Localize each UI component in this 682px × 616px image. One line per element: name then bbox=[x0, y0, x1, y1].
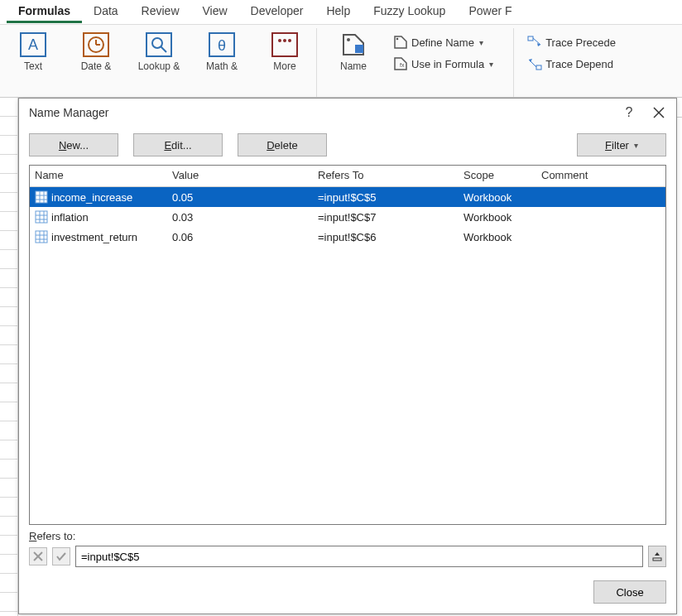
row-refers: =input!$C$6 bbox=[313, 229, 459, 245]
ellipsis-icon bbox=[270, 30, 300, 60]
date-functions-button[interactable]: Date & bbox=[70, 30, 122, 72]
refers-to-input[interactable] bbox=[75, 546, 643, 567]
svg-rect-32 bbox=[36, 211, 47, 223]
trace-dependents-button[interactable]: Trace Depend bbox=[524, 55, 619, 73]
dialog-footer: Close bbox=[19, 570, 676, 614]
edit-button[interactable]: Edit... bbox=[133, 133, 223, 156]
list-header: Name Value Refers To Scope Comment bbox=[30, 166, 665, 187]
ribbon-body: A Text Date & Lookup & θ Math & More Nam… bbox=[0, 25, 682, 98]
list-row[interactable]: investment_return 0.06 =input!$C$6 Workb… bbox=[30, 227, 665, 247]
trace-precede-label: Trace Precede bbox=[545, 36, 616, 49]
dialog-title: Name Manager bbox=[29, 106, 109, 119]
svg-point-13 bbox=[283, 39, 286, 42]
name-manager-dialog: Name Manager ? New... Edit... Delete Fil… bbox=[18, 98, 677, 614]
svg-rect-16 bbox=[355, 45, 363, 53]
refers-to-section: Refers to: bbox=[19, 525, 676, 570]
range-icon bbox=[35, 190, 48, 204]
dialog-toolbar: New... Edit... Delete Filter▾ bbox=[19, 127, 676, 165]
col-scope[interactable]: Scope bbox=[459, 166, 536, 186]
svg-point-12 bbox=[278, 39, 281, 42]
clock-icon bbox=[81, 30, 111, 60]
svg-rect-19 bbox=[528, 36, 533, 41]
svg-line-8 bbox=[161, 46, 166, 52]
date-label: Date & bbox=[81, 61, 112, 72]
fx-icon: fx bbox=[393, 56, 408, 71]
help-button[interactable]: ? bbox=[618, 102, 640, 123]
trace-precedents-button[interactable]: Trace Precede bbox=[524, 33, 619, 51]
svg-text:A: A bbox=[28, 36, 38, 53]
use-in-formula-label: Use in Formula bbox=[411, 58, 484, 70]
row-comment bbox=[536, 235, 665, 238]
col-comment[interactable]: Comment bbox=[536, 166, 665, 186]
text-functions-button[interactable]: A Text bbox=[7, 30, 60, 72]
svg-point-14 bbox=[288, 39, 291, 42]
tag-icon bbox=[339, 30, 368, 60]
row-value: 0.06 bbox=[167, 229, 313, 245]
new-button[interactable]: New... bbox=[29, 133, 118, 156]
use-in-formula-button[interactable]: fx Use in Formula ▾ bbox=[390, 55, 497, 73]
tab-data[interactable]: Data bbox=[82, 1, 130, 23]
math-functions-button[interactable]: θ Math & bbox=[195, 30, 248, 72]
ribbon-tabs: Formulas Data Review View Developer Help… bbox=[0, 0, 682, 25]
collapse-dialog-button[interactable] bbox=[648, 546, 666, 567]
delete-button[interactable]: Delete bbox=[238, 133, 327, 156]
cancel-edit-button[interactable] bbox=[29, 547, 47, 565]
lookup-label: Lookup & bbox=[138, 61, 180, 72]
lookup-functions-button[interactable]: Lookup & bbox=[132, 30, 185, 72]
confirm-edit-button[interactable] bbox=[52, 547, 70, 565]
trace-depend-icon bbox=[527, 56, 542, 71]
chevron-down-icon: ▾ bbox=[489, 60, 493, 69]
svg-rect-11 bbox=[272, 33, 297, 56]
row-comment bbox=[536, 215, 665, 219]
theta-icon: θ bbox=[207, 30, 237, 60]
col-name[interactable]: Name bbox=[30, 166, 167, 186]
svg-marker-45 bbox=[655, 552, 660, 556]
row-refers: =input!$C$5 bbox=[313, 190, 459, 205]
refers-to-label: Refers to: bbox=[29, 530, 666, 542]
col-refers[interactable]: Refers To bbox=[313, 166, 459, 186]
svg-text:θ: θ bbox=[218, 37, 226, 54]
chevron-down-icon: ▾ bbox=[634, 141, 638, 150]
define-name-label: Define Name bbox=[411, 36, 474, 49]
svg-rect-44 bbox=[653, 558, 661, 561]
row-scope: Workbook bbox=[459, 229, 536, 245]
check-icon bbox=[56, 551, 66, 561]
tag-small-icon bbox=[393, 35, 408, 50]
row-scope: Workbook bbox=[459, 209, 536, 225]
range-icon bbox=[35, 210, 48, 224]
tab-formulas[interactable]: Formulas bbox=[7, 1, 82, 23]
svg-point-15 bbox=[347, 38, 350, 41]
names-list[interactable]: Name Value Refers To Scope Comment incom… bbox=[29, 165, 666, 525]
row-scope: Workbook bbox=[459, 190, 536, 205]
tab-help[interactable]: Help bbox=[315, 1, 362, 23]
list-row[interactable]: inflation 0.03 =input!$C$7 Workbook bbox=[30, 207, 665, 227]
name-manager-button[interactable]: Name bbox=[327, 30, 380, 72]
row-name: income_increase bbox=[51, 191, 132, 204]
worksheet-grid bbox=[0, 98, 18, 616]
text-icon: A bbox=[18, 30, 48, 60]
math-label: Math & bbox=[206, 61, 238, 72]
row-comment bbox=[536, 195, 665, 199]
define-name-button[interactable]: Define Name ▾ bbox=[390, 33, 497, 51]
close-icon[interactable] bbox=[648, 102, 670, 123]
svg-rect-6 bbox=[146, 33, 171, 56]
tab-fuzzy-lookup[interactable]: Fuzzy Lookup bbox=[362, 1, 457, 23]
collapse-icon bbox=[652, 551, 662, 561]
x-icon bbox=[33, 551, 43, 561]
text-label: Text bbox=[24, 61, 42, 72]
tab-developer[interactable]: Developer bbox=[239, 1, 315, 23]
row-refers: =input!$C$7 bbox=[313, 209, 459, 225]
more-functions-button[interactable]: More bbox=[258, 30, 311, 72]
list-row[interactable]: income_increase 0.05 =input!$C$5 Workboo… bbox=[30, 187, 665, 207]
tab-view[interactable]: View bbox=[191, 1, 239, 23]
row-value: 0.05 bbox=[167, 190, 313, 205]
filter-button[interactable]: Filter▾ bbox=[577, 133, 666, 156]
close-button[interactable]: Close bbox=[593, 580, 666, 604]
trace-depend-label: Trace Depend bbox=[545, 58, 613, 70]
col-value[interactable]: Value bbox=[167, 166, 313, 186]
trace-precede-icon bbox=[527, 35, 542, 50]
row-name: inflation bbox=[51, 211, 89, 224]
tab-power[interactable]: Power F bbox=[457, 1, 523, 23]
svg-rect-37 bbox=[36, 231, 47, 243]
tab-review[interactable]: Review bbox=[130, 1, 191, 23]
